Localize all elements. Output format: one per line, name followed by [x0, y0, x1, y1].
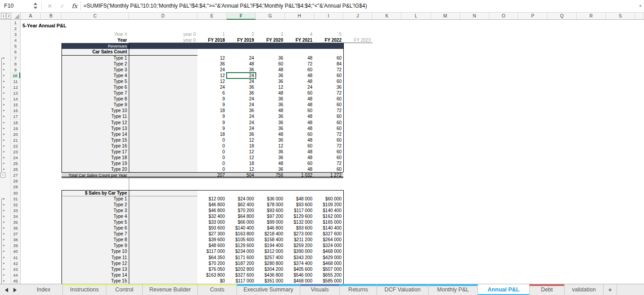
cell-G13[interactable]: 48: [256, 90, 285, 96]
fill-handle[interactable]: [254, 77, 257, 79]
row-header-13[interactable]: 13: [11, 90, 20, 96]
row-header-3[interactable]: 3: [11, 31, 20, 37]
cell-I45[interactable]: $585 000: [314, 278, 343, 284]
cell-H42[interactable]: $374 400: [285, 260, 314, 266]
cell-G7[interactable]: 36: [256, 55, 285, 61]
cell-I38[interactable]: $264 000: [314, 237, 343, 243]
row-label-19[interactable]: Type 13: [61, 126, 129, 131]
outline-level-1-button[interactable]: 1: [1, 13, 6, 19]
row-label-18[interactable]: Type 12: [61, 120, 129, 126]
cell-I34[interactable]: $162 000: [314, 213, 343, 219]
row-header-31[interactable]: 31: [11, 196, 20, 202]
cell-I20[interactable]: 72: [314, 131, 343, 137]
row-header-43[interactable]: 43: [11, 266, 20, 272]
cell-F3[interactable]: 2: [227, 31, 256, 37]
cell-G34[interactable]: $97 200: [256, 213, 285, 219]
cell-E36[interactable]: $93 600: [197, 225, 227, 231]
cell-F16[interactable]: 36: [227, 108, 256, 113]
row-label-33[interactable]: Type 3: [61, 208, 129, 213]
cell-F43[interactable]: $202 800: [227, 266, 256, 272]
cell-G15[interactable]: 36: [256, 102, 285, 108]
cell-F15[interactable]: 24: [227, 102, 256, 108]
column-header-O[interactable]: O: [489, 13, 518, 19]
cell-H15[interactable]: 48: [285, 102, 314, 108]
cell-E22[interactable]: 0: [197, 143, 227, 149]
cell-G36[interactable]: $46 800: [256, 225, 285, 231]
cell-E44[interactable]: $163 800: [197, 272, 227, 278]
cell-E14[interactable]: 9: [197, 96, 227, 102]
cell-H34[interactable]: $129 600: [285, 213, 314, 219]
row-label-45[interactable]: Type 15: [61, 278, 129, 284]
cell-H8[interactable]: 72: [285, 61, 314, 67]
cell-E25[interactable]: 0: [197, 161, 227, 166]
row-header-36[interactable]: 36: [11, 225, 20, 231]
cell-G11[interactable]: 36: [256, 78, 285, 84]
cell-I14[interactable]: 60: [314, 96, 343, 102]
row-label-8[interactable]: Type 2: [61, 61, 129, 67]
cell-G31[interactable]: $36 000: [256, 196, 285, 202]
cell-G16[interactable]: 48: [256, 108, 285, 113]
cell-H39[interactable]: $259 200: [285, 243, 314, 248]
row-header-29[interactable]: 29: [11, 184, 20, 190]
spinner-down-icon[interactable]: [34, 7, 37, 9]
row-label-17[interactable]: Type 11: [61, 113, 129, 119]
cell-H36[interactable]: $93 600: [285, 225, 314, 231]
cell-G45[interactable]: $351 000: [256, 278, 285, 284]
column-header-M[interactable]: M: [431, 13, 460, 19]
row-header-30[interactable]: 30: [11, 190, 20, 196]
cell-D3[interactable]: year 0: [129, 31, 197, 37]
row-label-16[interactable]: Type 10: [61, 108, 129, 113]
cell-G33[interactable]: $93 600: [256, 208, 285, 213]
cell-E40[interactable]: $117 000: [197, 248, 227, 254]
cell-I7[interactable]: 60: [314, 55, 343, 61]
column-header-E[interactable]: E: [197, 13, 227, 19]
column-header-L[interactable]: L: [402, 13, 431, 19]
cell-I16[interactable]: 72: [314, 108, 343, 113]
cell-G42[interactable]: $280 800: [256, 260, 285, 266]
cell-F39[interactable]: $129 600: [227, 243, 256, 248]
cell-E11[interactable]: 12: [197, 78, 227, 84]
cell-I41[interactable]: $429 000: [314, 255, 343, 260]
cell-H40[interactable]: $390 000: [285, 248, 314, 254]
cancel-icon[interactable]: ✕: [45, 0, 55, 12]
cell-G22[interactable]: 12: [256, 143, 285, 149]
row-label-year-num[interactable]: Year #: [61, 31, 129, 37]
cell-E18[interactable]: 9: [197, 120, 227, 126]
cell-F24[interactable]: 12: [227, 155, 256, 161]
tab-validation[interactable]: validation: [565, 284, 604, 295]
cell-H45[interactable]: $468 000: [285, 278, 314, 284]
cell-H31[interactable]: $48 000: [285, 196, 314, 202]
cell-I18[interactable]: 60: [314, 120, 343, 126]
cell-I8[interactable]: 84: [314, 61, 343, 67]
row-header-1[interactable]: 1: [11, 20, 20, 26]
spinner-up-icon[interactable]: [34, 3, 37, 5]
row-header-44[interactable]: 44: [11, 272, 20, 278]
cell-H14[interactable]: 48: [285, 96, 314, 102]
cell-H21[interactable]: 48: [285, 137, 314, 143]
row-header-27[interactable]: 27: [11, 172, 20, 178]
cell-E15[interactable]: 9: [197, 102, 227, 108]
cell-I27[interactable]: 1 272: [314, 172, 343, 178]
cell-H17[interactable]: 48: [285, 113, 314, 119]
tab-visuals[interactable]: Visuals: [300, 284, 340, 295]
cell-G8[interactable]: 60: [256, 61, 285, 67]
cell-H11[interactable]: 48: [285, 78, 314, 84]
row-label-25[interactable]: Type 19: [61, 161, 129, 166]
cell-F8[interactable]: 48: [227, 61, 256, 67]
cell-F32[interactable]: $62 400: [227, 202, 256, 208]
cell-H35[interactable]: $132 000: [285, 219, 314, 225]
cell-H27[interactable]: 1 032: [285, 172, 314, 178]
row-label-year[interactable]: Year: [61, 37, 129, 43]
tab-dcf-valuation[interactable]: DCF Valuation: [377, 284, 429, 295]
tab-control[interactable]: Control: [106, 284, 143, 295]
cell-E39[interactable]: $48 600: [197, 243, 227, 248]
cell-E27[interactable]: 207: [197, 172, 227, 178]
cell-G21[interactable]: 36: [256, 137, 285, 143]
column-header-P[interactable]: P: [518, 13, 548, 19]
cell-I42[interactable]: $468 000: [314, 260, 343, 266]
cell-H10[interactable]: 48: [285, 73, 314, 78]
cell-H37[interactable]: $273 000: [285, 231, 314, 237]
cell-G32[interactable]: $78 000: [256, 202, 285, 208]
row-label-15[interactable]: Type 9: [61, 102, 129, 108]
cell-E20[interactable]: 18: [197, 131, 227, 137]
